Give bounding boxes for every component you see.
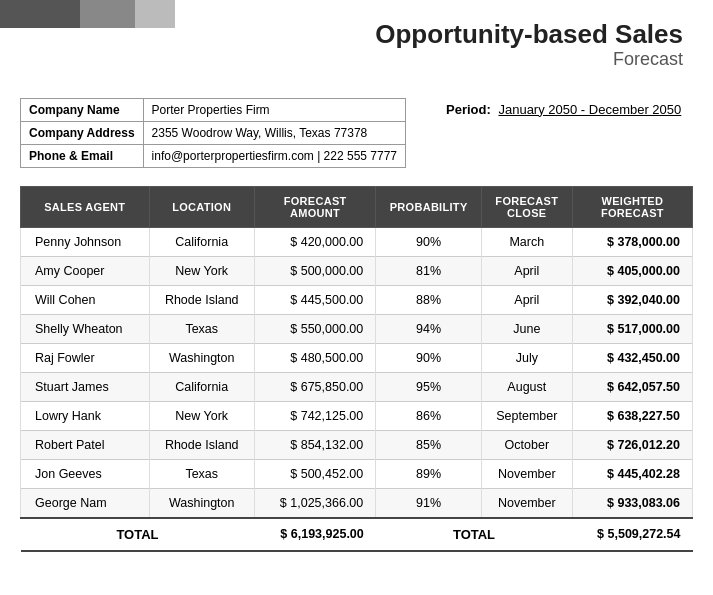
cell-amount: $ 550,000.00 <box>254 314 375 343</box>
cell-location: California <box>149 227 254 256</box>
table-footer-row: TOTAL $ 6,193,925.00 TOTAL $ 5,509,272.5… <box>21 518 693 551</box>
header-graphic <box>0 0 175 28</box>
cell-agent: George Nam <box>21 488 150 518</box>
col-header-amount: FORECASTAMOUNT <box>254 186 375 227</box>
cell-weighted: $ 642,057.50 <box>572 372 692 401</box>
cell-agent: Stuart James <box>21 372 150 401</box>
cell-location: Rhode Island <box>149 285 254 314</box>
title-line1: Opportunity-based Sales <box>375 20 683 49</box>
title-line2: Forecast <box>375 49 683 70</box>
table-row: Penny JohnsonCalifornia$ 420,000.0090%Ma… <box>21 227 693 256</box>
cell-weighted: $ 392,040.00 <box>572 285 692 314</box>
cell-amount: $ 854,132.00 <box>254 430 375 459</box>
company-address-label: Company Address <box>21 121 144 144</box>
col-header-location: LOCATION <box>149 186 254 227</box>
forecast-table: SALES AGENT LOCATION FORECASTAMOUNT PROB… <box>20 186 693 552</box>
cell-amount: $ 500,452.00 <box>254 459 375 488</box>
cell-probability: 90% <box>376 227 482 256</box>
footer-total-label2: TOTAL <box>376 518 572 551</box>
company-phone-value: info@porterpropertiesfirm.com | 222 555 … <box>143 144 405 167</box>
cell-amount: $ 675,850.00 <box>254 372 375 401</box>
company-phone-label: Phone & Email <box>21 144 144 167</box>
cell-probability: 85% <box>376 430 482 459</box>
table-row: Stuart JamesCalifornia$ 675,850.0095%Aug… <box>21 372 693 401</box>
header: Opportunity-based Sales Forecast <box>0 0 713 80</box>
footer-total-amount: $ 6,193,925.00 <box>254 518 375 551</box>
cell-weighted: $ 378,000.00 <box>572 227 692 256</box>
table-row: Shelly WheatonTexas$ 550,000.0094%June$ … <box>21 314 693 343</box>
cell-weighted: $ 405,000.00 <box>572 256 692 285</box>
cell-close: March <box>481 227 572 256</box>
cell-probability: 94% <box>376 314 482 343</box>
cell-close: November <box>481 488 572 518</box>
cell-probability: 88% <box>376 285 482 314</box>
cell-location: Washington <box>149 343 254 372</box>
table-row: Robert PatelRhode Island$ 854,132.0085%O… <box>21 430 693 459</box>
cell-agent: Raj Fowler <box>21 343 150 372</box>
table-row: Lowry HankNew York$ 742,125.0086%Septemb… <box>21 401 693 430</box>
company-name-row: Company Name Porter Properties Firm <box>21 98 406 121</box>
company-name-label: Company Name <box>21 98 144 121</box>
page: Opportunity-based Sales Forecast Company… <box>0 0 713 592</box>
period-section: Period: January 2050 - December 2050 <box>446 98 681 117</box>
cell-location: Rhode Island <box>149 430 254 459</box>
table-row: Jon GeevesTexas$ 500,452.0089%November$ … <box>21 459 693 488</box>
cell-close: September <box>481 401 572 430</box>
cell-probability: 81% <box>376 256 482 285</box>
company-address-value: 2355 Woodrow Way, Willis, Texas 77378 <box>143 121 405 144</box>
cell-agent: Amy Cooper <box>21 256 150 285</box>
table-row: Raj FowlerWashington$ 480,500.0090%July$… <box>21 343 693 372</box>
cell-weighted: $ 933,083.06 <box>572 488 692 518</box>
cell-location: Texas <box>149 459 254 488</box>
header-title: Opportunity-based Sales Forecast <box>375 20 683 70</box>
cell-close: April <box>481 285 572 314</box>
cell-location: Texas <box>149 314 254 343</box>
company-name-value: Porter Properties Firm <box>143 98 405 121</box>
header-bar-dark <box>0 0 80 28</box>
col-header-agent: SALES AGENT <box>21 186 150 227</box>
cell-weighted: $ 445,402.28 <box>572 459 692 488</box>
company-address-row: Company Address 2355 Woodrow Way, Willis… <box>21 121 406 144</box>
table-row: George NamWashington$ 1,025,366.0091%Nov… <box>21 488 693 518</box>
company-phone-row: Phone & Email info@porterpropertiesfirm.… <box>21 144 406 167</box>
cell-probability: 95% <box>376 372 482 401</box>
cell-weighted: $ 638,227.50 <box>572 401 692 430</box>
cell-close: October <box>481 430 572 459</box>
cell-weighted: $ 726,012.20 <box>572 430 692 459</box>
cell-agent: Penny Johnson <box>21 227 150 256</box>
cell-close: August <box>481 372 572 401</box>
cell-probability: 89% <box>376 459 482 488</box>
cell-close: November <box>481 459 572 488</box>
table-header-row: SALES AGENT LOCATION FORECASTAMOUNT PROB… <box>21 186 693 227</box>
col-header-weighted: WEIGHTEDFORECAST <box>572 186 692 227</box>
cell-probability: 86% <box>376 401 482 430</box>
table-row: Will CohenRhode Island$ 445,500.0088%Apr… <box>21 285 693 314</box>
cell-amount: $ 1,025,366.00 <box>254 488 375 518</box>
cell-close: April <box>481 256 572 285</box>
col-header-close: FORECASTCLOSE <box>481 186 572 227</box>
cell-probability: 91% <box>376 488 482 518</box>
cell-weighted: $ 432,450.00 <box>572 343 692 372</box>
cell-agent: Will Cohen <box>21 285 150 314</box>
footer-total-weighted: $ 5,509,272.54 <box>572 518 692 551</box>
cell-close: July <box>481 343 572 372</box>
table-row: Amy CooperNew York$ 500,000.0081%April$ … <box>21 256 693 285</box>
cell-close: June <box>481 314 572 343</box>
period-value: January 2050 - December 2050 <box>498 102 681 117</box>
main-table-wrapper: SALES AGENT LOCATION FORECASTAMOUNT PROB… <box>20 186 693 552</box>
cell-amount: $ 480,500.00 <box>254 343 375 372</box>
cell-location: California <box>149 372 254 401</box>
col-header-probability: PROBABILITY <box>376 186 482 227</box>
cell-location: Washington <box>149 488 254 518</box>
cell-agent: Jon Geeves <box>21 459 150 488</box>
cell-amount: $ 742,125.00 <box>254 401 375 430</box>
cell-agent: Robert Patel <box>21 430 150 459</box>
cell-agent: Shelly Wheaton <box>21 314 150 343</box>
header-bar-light <box>135 0 175 28</box>
cell-location: New York <box>149 401 254 430</box>
cell-probability: 90% <box>376 343 482 372</box>
info-section: Company Name Porter Properties Firm Comp… <box>20 98 683 168</box>
period-label: Period: <box>446 102 491 117</box>
cell-amount: $ 500,000.00 <box>254 256 375 285</box>
header-bar-mid <box>80 0 135 28</box>
